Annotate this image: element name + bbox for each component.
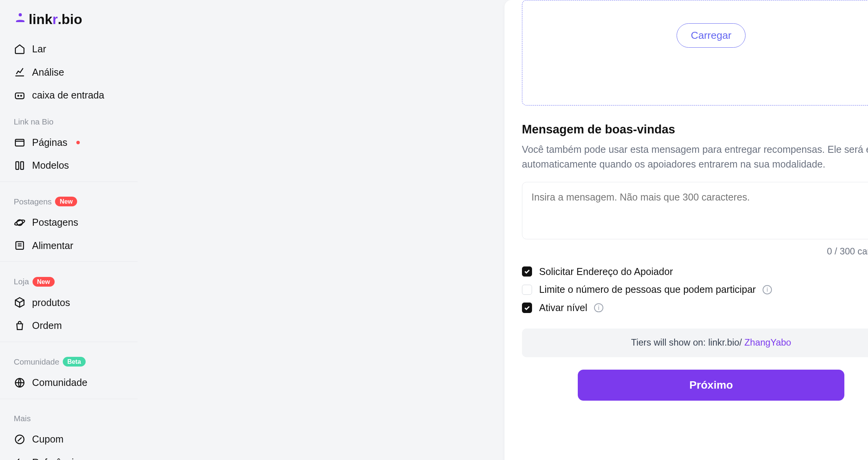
nav-label: produtos xyxy=(32,297,70,308)
nav-label: caixa de entrada xyxy=(32,89,104,101)
logo-text-r: r xyxy=(52,12,58,28)
nav-label: Comunidade xyxy=(32,377,88,388)
svg-rect-6 xyxy=(21,162,23,169)
sidebar: linkr.bio Lar Análise caixa de entrada L… xyxy=(0,0,138,460)
welcome-message-input[interactable] xyxy=(522,182,868,239)
svg-point-3 xyxy=(21,95,21,96)
checkbox-row-limit[interactable]: Limite o número de pessoas que podem par… xyxy=(522,280,868,299)
nav-coupon[interactable]: Cupom xyxy=(0,428,138,451)
nav-products[interactable]: produtos xyxy=(0,291,138,314)
form-card: Carregar Mensagem de boas-vindas Você ta… xyxy=(505,0,868,460)
welcome-title: Mensagem de boas-vindas xyxy=(522,123,868,137)
nav-label: Cupom xyxy=(32,434,64,445)
checkbox-activate[interactable] xyxy=(522,303,532,313)
svg-rect-4 xyxy=(15,139,24,146)
checkbox-row-address[interactable]: Solicitar Endereço do Apoiador xyxy=(522,263,868,281)
checkbox-address[interactable] xyxy=(522,266,532,277)
box-icon xyxy=(14,297,26,308)
nav-label: Ordem xyxy=(32,320,62,331)
nav-label: Lar xyxy=(32,43,46,55)
new-badge: New xyxy=(55,197,77,206)
svg-point-2 xyxy=(17,95,18,96)
checkbox-limit[interactable] xyxy=(522,285,532,295)
char-counter: 0 / 300 caracteres xyxy=(522,246,868,257)
welcome-description: Você também pode usar esta mensagem para… xyxy=(522,142,868,171)
planet-icon xyxy=(14,217,26,228)
tier-user-link[interactable]: ZhangYabo xyxy=(744,337,791,348)
nav-inbox[interactable]: caixa de entrada xyxy=(0,84,138,107)
checkbox-label: Solicitar Endereço do Apoiador xyxy=(539,266,673,277)
columns-icon xyxy=(14,160,26,171)
nav-pages[interactable]: Páginas xyxy=(0,131,138,154)
logo-icon xyxy=(14,12,27,28)
pages-icon xyxy=(14,137,26,149)
nav-community[interactable]: Comunidade xyxy=(0,371,138,394)
nav-label: Alimentar xyxy=(32,240,73,251)
megaphone-icon xyxy=(14,457,26,460)
nav-label: Análise xyxy=(32,67,64,78)
nav-feed[interactable]: Alimentar xyxy=(0,234,138,257)
notification-dot xyxy=(76,141,80,144)
info-icon[interactable]: i xyxy=(763,285,772,294)
nav-label: Modelos xyxy=(32,160,69,171)
main-content: Y Carregar Mensagem de boas-vindas Você … xyxy=(138,0,868,460)
new-badge: New xyxy=(33,277,55,287)
section-community: Comunidade Beta xyxy=(0,347,138,371)
tier-prefix: Tiers will show on: linkr.bio/ xyxy=(631,337,745,348)
nav-label: Postagens xyxy=(32,217,78,228)
nav-models[interactable]: Modelos xyxy=(0,154,138,177)
info-icon[interactable]: i xyxy=(594,303,603,313)
nav-reference[interactable]: Referência xyxy=(0,451,138,460)
section-posts: Postagens New xyxy=(0,187,138,211)
chart-icon xyxy=(14,66,26,78)
svg-point-0 xyxy=(19,13,22,16)
globe-icon xyxy=(14,377,26,389)
beta-badge: Beta xyxy=(63,357,86,367)
inbox-icon xyxy=(14,90,26,101)
feed-icon xyxy=(14,240,26,251)
section-shop: Loja New xyxy=(0,266,138,291)
nav-analytics[interactable]: Análise xyxy=(0,61,138,83)
home-icon xyxy=(14,43,26,55)
nav-posts[interactable]: Postagens xyxy=(0,211,138,234)
upload-area[interactable]: Carregar xyxy=(522,0,868,105)
nav-order[interactable]: Ordem xyxy=(0,314,138,337)
section-bio: Link na Bio xyxy=(0,107,138,131)
section-more: Mais xyxy=(0,404,138,428)
nav-label: Referência xyxy=(32,457,79,460)
logo[interactable]: linkr.bio xyxy=(0,12,138,38)
next-button[interactable]: Próximo xyxy=(578,370,844,400)
nav-home[interactable]: Lar xyxy=(0,38,138,61)
upload-button[interactable]: Carregar xyxy=(677,23,746,48)
checkbox-label: Limite o número de pessoas que podem par… xyxy=(539,284,756,295)
tier-info-box: Tiers will show on: linkr.bio/ ZhangYabo xyxy=(522,329,868,357)
checkbox-row-activate[interactable]: Ativar nível i xyxy=(522,299,868,317)
logo-text-link: link xyxy=(29,12,52,28)
svg-rect-1 xyxy=(15,93,24,99)
checkbox-label: Ativar nível xyxy=(539,302,587,313)
bag-icon xyxy=(14,320,26,332)
percent-icon xyxy=(14,434,26,445)
svg-rect-5 xyxy=(16,162,18,169)
svg-point-8 xyxy=(14,219,25,227)
nav-label: Páginas xyxy=(32,137,67,148)
logo-text-bio: .bio xyxy=(58,12,82,28)
